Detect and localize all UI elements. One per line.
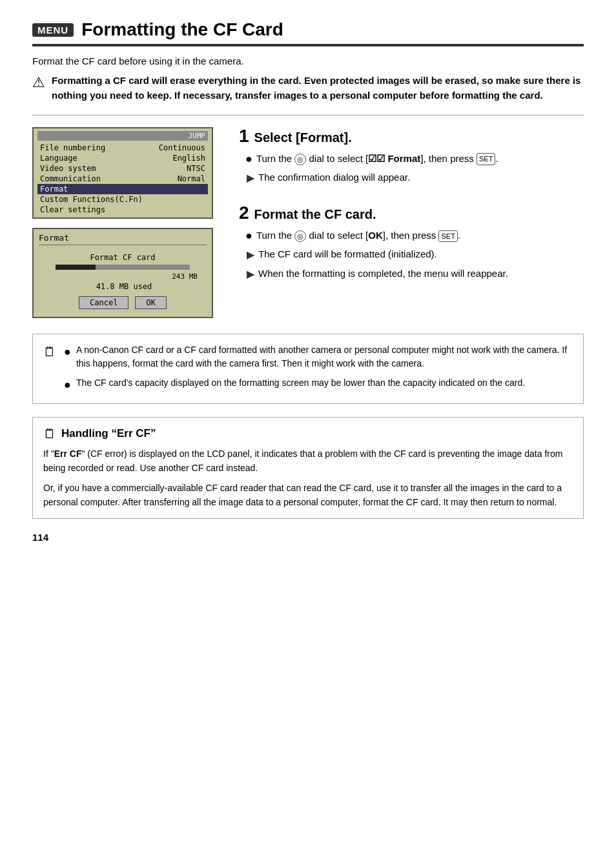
step-2-heading: Format the CF card. (254, 204, 376, 222)
lcd-top-bar: JUMP (37, 131, 208, 141)
step-1-arrow-1: ▶ The confirmation dialog will appear. (245, 170, 584, 186)
step-2-heading-row: 2 Format the CF card. (239, 204, 584, 222)
step-1-bullet-1-text: Turn the ◎ dial to select [☑☑ Format], t… (256, 152, 498, 167)
err-icon: 🗒 (43, 427, 56, 441)
note-dot-1: ● (64, 343, 71, 361)
arrow-icon-2: ▶ (247, 247, 254, 263)
bullet-dot-1: ● (245, 152, 252, 167)
step-2-bullets: ● Turn the ◎ dial to select [OK], then p… (239, 228, 584, 282)
note-dot-2: ● (64, 376, 71, 394)
step-1-heading-row: 1 Select [Format]. (239, 127, 584, 145)
set-icon-2: SET (438, 230, 457, 243)
intro-text: Format the CF card before using it in th… (32, 56, 584, 66)
dial-icon-2: ◎ (294, 230, 306, 242)
menu-row-language: Language English (37, 153, 208, 163)
set-icon: SET (477, 153, 495, 165)
step-1-arrow-1-text: The confirmation dialog will appear. (258, 170, 410, 185)
lcd2-content: Format CF card 243 MB 41.8 MB used Cance… (39, 249, 207, 313)
page-title-area: MENU Formatting the CF Card (32, 19, 584, 46)
note-text-1: A non-Canon CF card or a CF card formatt… (76, 343, 573, 371)
step-2-number: 2 (239, 204, 249, 222)
step-2-bullet-1: ● Turn the ◎ dial to select [OK], then p… (245, 228, 584, 243)
step-2: 2 Format the CF card. ● Turn the ◎ dial … (239, 204, 584, 282)
page-number: 114 (32, 532, 584, 543)
menu-row-format: Format (37, 184, 208, 194)
note-item-1: ● A non-Canon CF card or a CF card forma… (64, 343, 573, 371)
steps-column: 1 Select [Format]. ● Turn the ◎ dial to … (226, 127, 584, 318)
lcd-screen-menu: JUMP File numbering Continuous Language … (32, 127, 213, 219)
step-2-arrow-2: ▶ When the formatting is completed, the … (245, 267, 584, 282)
step-1-bullet-1: ● Turn the ◎ dial to select [☑☑ Format],… (245, 152, 584, 167)
dial-icon: ◎ (294, 154, 306, 165)
menu-row-clear: Clear settings (37, 205, 208, 215)
page-title: Formatting the CF Card (81, 19, 283, 40)
lcd2-capacity: 243 MB (39, 272, 207, 281)
arrow-icon-1: ▶ (247, 170, 254, 186)
warning-text: Formatting a CF card will erase everythi… (52, 73, 584, 103)
lcd2-used: 41.8 MB used (39, 282, 207, 291)
menu-row-file-numbering: File numbering Continuous (37, 143, 208, 153)
lcd2-buttons: Cancel OK (39, 296, 207, 309)
lcd2-title: Format (39, 233, 207, 245)
step-1: 1 Select [Format]. ● Turn the ◎ dial to … (239, 127, 584, 186)
err-para-2: Or, if you have a commercially-available… (43, 481, 573, 510)
notes-area: 🗒 ● A non-Canon CF card or a CF card for… (32, 334, 584, 404)
lcd2-sub: Format CF card (39, 253, 207, 262)
section-divider (32, 115, 584, 116)
menu-row-comm: Communication Normal (37, 174, 208, 184)
step-1-number: 1 (239, 127, 249, 145)
err-heading: Handling “Err CF” (61, 427, 156, 440)
step-2-arrow-1-text: The CF card will be formatted (initializ… (258, 247, 437, 262)
bullet-dot-2: ● (245, 228, 252, 243)
err-cf-section: 🗒 Handling “Err CF” If "Err CF" (CF erro… (32, 417, 584, 520)
notes-icon: 🗒 (43, 345, 56, 394)
note-item-2: ● The CF card's capacity displayed on th… (64, 376, 573, 394)
step-2-bullet-1-text: Turn the ◎ dial to select [OK], then pre… (256, 228, 460, 243)
err-heading-row: 🗒 Handling “Err CF” (43, 427, 573, 441)
screenshots-column: JUMP File numbering Continuous Language … (32, 127, 226, 318)
err-body: If "Err CF" (CF error) is displayed on t… (43, 447, 573, 510)
note-text-2: The CF card's capacity displayed on the … (76, 376, 525, 390)
step-1-bullets: ● Turn the ◎ dial to select [☑☑ Format],… (239, 152, 584, 186)
menu-row-video: Video system NTSC (37, 163, 208, 174)
step-2-arrow-1: ▶ The CF card will be formatted (initial… (245, 247, 584, 263)
warning-icon: ⚠ (32, 74, 45, 91)
step-1-heading: Select [Format]. (254, 127, 352, 145)
lcd2-progress-bar (56, 265, 190, 270)
lcd2-ok-btn[interactable]: OK (135, 296, 166, 309)
lcd2-progress-fill (56, 265, 96, 270)
steps-area: JUMP File numbering Continuous Language … (32, 127, 584, 318)
menu-badge: MENU (32, 23, 74, 37)
notes-content: ● A non-Canon CF card or a CF card forma… (64, 343, 573, 394)
step-2-arrow-2-text: When the formatting is completed, the me… (258, 267, 508, 281)
arrow-icon-3: ▶ (247, 267, 254, 282)
lcd2-cancel-btn[interactable]: Cancel (79, 296, 128, 309)
warning-block: ⚠ Formatting a CF card will erase everyt… (32, 73, 584, 103)
err-para-1: If "Err CF" (CF error) is displayed on t… (43, 447, 573, 476)
lcd-screen-format: Format Format CF card 243 MB 41.8 MB use… (32, 228, 213, 318)
menu-row-custom: Custom Functions(C.Fn) (37, 194, 208, 205)
